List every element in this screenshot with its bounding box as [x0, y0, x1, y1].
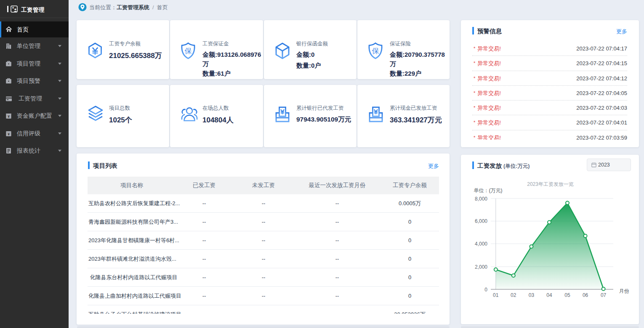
svg-text:¥: ¥	[8, 132, 10, 136]
svg-text:01: 01	[493, 292, 499, 298]
svg-text:4,000: 4,000	[475, 241, 487, 247]
svg-text:6,000: 6,000	[475, 218, 487, 224]
svg-text:04: 04	[546, 292, 552, 298]
svg-text:单位：(万元): 单位：(万元)	[474, 188, 503, 193]
svg-text:05: 05	[564, 292, 570, 298]
svg-text:¥: ¥	[8, 114, 10, 119]
svg-text:2023年工资发放一览: 2023年工资发放一览	[527, 181, 574, 187]
svg-text:0: 0	[484, 287, 487, 293]
svg-text:03: 03	[529, 292, 535, 298]
svg-text:8,000: 8,000	[475, 196, 487, 202]
svg-text:¥: ¥	[12, 6, 14, 9]
svg-text:保: 保	[372, 47, 379, 55]
svg-text:07: 07	[601, 292, 607, 298]
svg-text:保: 保	[185, 47, 192, 55]
svg-text:06: 06	[583, 292, 588, 298]
svg-text:02: 02	[511, 292, 516, 298]
svg-text:月份: 月份	[619, 288, 629, 294]
svg-text:2,000: 2,000	[475, 264, 487, 270]
